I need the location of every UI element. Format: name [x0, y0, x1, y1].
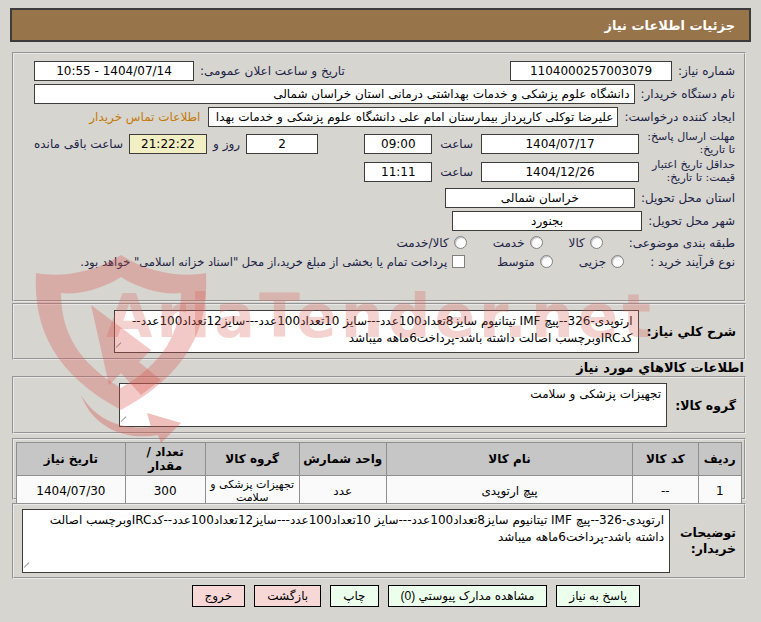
process-type-label: نوع فرآیند خرید : [650, 255, 735, 269]
need-description-panel: شرح کلي نياز: ارتوپدی-326--پیچ IMF تیتان… [12, 303, 746, 360]
validity-time-field[interactable]: 11:11 [364, 162, 432, 182]
col-group: گروه کالا [205, 443, 299, 476]
radio-icon[interactable] [530, 236, 543, 249]
announce-field[interactable]: 1404/07/14 - 10:55 [34, 61, 194, 81]
row-process-type: نوع فرآیند خرید : جزیی متوسط پرداخت تمام… [34, 255, 735, 269]
table-header-row: ردیف کد کالا نام کالا واحد شمارش گروه کا… [17, 443, 742, 476]
goods-section-title: اطلاعات کالاهاي مورد نياز [576, 360, 744, 375]
col-item-code: کد کالا [633, 443, 698, 476]
remaining-time-label: ساعت باقی مانده [34, 137, 123, 151]
goods-table-panel: ردیف کد کالا نام کالا واحد شمارش گروه کا… [12, 438, 746, 500]
creator-label: ایجاد کننده درخواست: [624, 110, 735, 124]
deadline-hour-label: ساعت [440, 137, 473, 151]
print-button[interactable]: چاپ [330, 585, 378, 607]
deadline-date-field[interactable]: 1404/07/17 [481, 134, 639, 154]
buyer-contact-link[interactable]: اطلاعات تماس خریدار [89, 110, 200, 124]
radio-icon[interactable] [590, 236, 603, 249]
back-button[interactable]: بازگشت [254, 585, 321, 607]
option-label: جزیی [579, 255, 606, 269]
buyer-name-field[interactable]: دانشگاه علوم پزشکی و خدمات بهداشتی درمان… [34, 84, 635, 104]
view-attachments-button[interactable]: مشاهده مدارک پیوستي (0) [388, 585, 548, 607]
option-label: خدمت [493, 236, 525, 250]
exit-button[interactable]: خروج [192, 585, 246, 607]
classification-option-goods[interactable]: کالا [569, 236, 603, 250]
remaining-time-field[interactable]: 21:22:22 [129, 134, 207, 154]
respond-button[interactable]: پاسخ به نیاز [556, 585, 640, 607]
row-province: استان محل تحویل: خراسان شمالی [34, 188, 735, 208]
row-buyer-name: نام دستگاه خریدار: دانشگاه علوم پزشکی و … [34, 84, 735, 104]
process-option-minor[interactable]: جزیی [579, 255, 624, 269]
radio-icon[interactable] [540, 255, 553, 268]
page-title: جزئیات اطلاعات نیاز [10, 8, 751, 42]
need-description-textarea[interactable]: ارتوپدی-326--پیچ IMF تیتانیوم سایز8تعداد… [114, 310, 639, 353]
city-label: شهر محل تحویل: [648, 214, 735, 228]
row-classification: طبقه بندی موضوعی: کالا خدمت کالا/خدمت [34, 236, 735, 250]
resize-handle[interactable] [121, 416, 132, 427]
need-number-label: شماره نیاز: [678, 64, 735, 78]
treasury-payment-checkbox[interactable]: پرداخت تمام یا بخشی از مبلغ خرید،از محل … [80, 255, 465, 269]
need-description-text: ارتوپدی-326--پیچ IMF تیتانیوم سایز8تعداد… [132, 314, 633, 345]
goods-group-textarea[interactable]: تجهیزات پزشکی و سلامت [119, 383, 667, 427]
city-field[interactable]: بجنورد [452, 211, 642, 231]
goods-group-label: گروه کالا: [675, 398, 736, 413]
province-label: استان محل تحویل: [641, 191, 735, 205]
validity-hour-label: ساعت [440, 165, 473, 179]
need-info-panel: شماره نیاز: 1104000257003079 تاریخ و ساع… [12, 52, 746, 302]
buyer-name-label: نام دستگاه خریدار: [641, 87, 736, 101]
announce-label: تاریخ و ساعت اعلان عمومی: [200, 64, 345, 78]
buyer-notes-label: توضیحات خریدار: [674, 525, 736, 558]
radio-icon[interactable] [611, 255, 624, 268]
option-label: متوسط [497, 255, 535, 269]
col-unit: واحد شمارش [299, 443, 386, 476]
buyer-notes-panel: توضیحات خریدار: ارتوپدی-326--پیچ IMF تیت… [12, 503, 746, 579]
option-label: کالا/خدمت [396, 236, 448, 250]
need-description-label: شرح کلي نياز: [647, 324, 736, 339]
validity-date-field[interactable]: 1404/12/26 [481, 162, 639, 182]
row-deadline: مهلت ارسال پاسخ: تا تاریخ: 1404/07/17 سا… [34, 131, 735, 156]
goods-table: ردیف کد کالا نام کالا واحد شمارش گروه کا… [16, 442, 742, 507]
province-field[interactable]: خراسان شمالی [445, 188, 635, 208]
remaining-days-field[interactable]: 2 [246, 134, 318, 154]
goods-group-panel: گروه کالا: تجهیزات پزشکی و سلامت [12, 376, 746, 434]
resize-handle[interactable] [115, 342, 126, 353]
buyer-notes-textarea[interactable]: ارتوپدی-326--پیچ IMF تیتانیوم سایز8تعداد… [22, 509, 670, 573]
col-row: ردیف [698, 443, 742, 476]
row-creator: ایجاد کننده درخواست: علیرضا توکلی کارپرد… [34, 107, 735, 127]
radio-icon[interactable] [454, 236, 467, 249]
need-number-field[interactable]: 1104000257003079 [510, 61, 672, 81]
checkbox-icon[interactable] [452, 255, 465, 268]
need-details-page: جزئیات اطلاعات نیاز شماره نیاز: 11040002… [0, 0, 761, 622]
classification-option-service[interactable]: خدمت [493, 236, 543, 250]
buyer-notes-text: ارتوپدی-326--پیچ IMF تیتانیوم سایز8تعداد… [50, 513, 664, 544]
goods-group-text: تجهیزات پزشکی و سلامت [530, 387, 661, 401]
classification-option-goods-service[interactable]: کالا/خدمت [396, 236, 466, 250]
row-validity: حداقل تاریخ اعتبار قیمت: تا تاریخ: 1404/… [34, 159, 735, 184]
col-need-date: تاریخ نیاز [17, 443, 126, 476]
resize-handle[interactable] [24, 562, 35, 573]
row-city: شهر محل تحویل: بجنورد [34, 211, 735, 231]
option-label: کالا [569, 236, 585, 250]
deadline-time-field[interactable]: 09:00 [364, 134, 432, 154]
col-item-name: نام کالا [386, 443, 633, 476]
remaining-days-label: روز و [213, 137, 240, 151]
creator-field[interactable]: علیرضا توکلی کارپرداز بیمارستان امام علی… [208, 107, 618, 127]
validity-label: حداقل تاریخ اعتبار قیمت: تا تاریخ: [639, 159, 735, 184]
classification-label: طبقه بندی موضوعی: [629, 236, 735, 250]
process-option-medium[interactable]: متوسط [497, 255, 553, 269]
row-need-number: شماره نیاز: 1104000257003079 تاریخ و ساع… [34, 61, 735, 81]
col-quantity: تعداد / مقدار [125, 443, 205, 476]
deadline-label: مهلت ارسال پاسخ: تا تاریخ: [639, 131, 735, 156]
action-button-bar: پاسخ به نیاز مشاهده مدارک پیوستي (0) چاپ… [183, 585, 640, 607]
checkbox-label: پرداخت تمام یا بخشی از مبلغ خرید،از محل … [80, 255, 447, 269]
